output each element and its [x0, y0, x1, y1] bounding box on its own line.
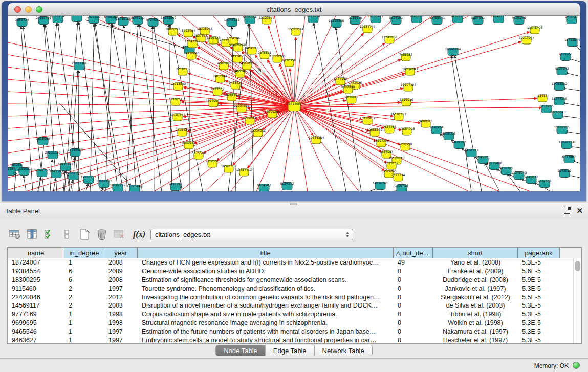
cell-year[interactable]: 2008 [104, 258, 138, 267]
table-row[interactable]: 911546021997Tourette syndrome. Phenomeno… [8, 284, 581, 293]
cell-short[interactable]: Stergiakouli et al. (2012) [433, 293, 518, 301]
graph-edge-black[interactable] [95, 24, 118, 191]
graph-edge-black[interactable] [562, 88, 580, 91]
cell-name[interactable]: 19384554 [8, 267, 64, 276]
table-row[interactable]: 977716911998Corpus callosum shape and si… [8, 310, 581, 319]
new-file-icon[interactable] [77, 227, 92, 242]
table-select-dropdown[interactable]: citations_edges.txt ▲▼ [150, 229, 353, 240]
cell-in_degree[interactable]: 2 [64, 301, 104, 310]
graph-edge-red[interactable] [282, 106, 294, 191]
graph-edge-black[interactable] [124, 26, 136, 191]
cell-out_de[interactable]: 0 [394, 310, 433, 319]
column-header-title[interactable]: title [138, 248, 394, 258]
cell-year[interactable]: 1997 [104, 327, 138, 336]
cell-year[interactable]: 1997 [104, 284, 138, 293]
scrollbar-thumb[interactable] [575, 261, 580, 271]
cell-out_de[interactable]: 0 [394, 284, 433, 293]
cell-short[interactable]: Jankovic et al. (1997) [433, 284, 518, 293]
cell-out_de[interactable]: 0 [394, 293, 433, 301]
column-header-pagerank[interactable]: pagerank [518, 248, 560, 258]
close-window-icon[interactable] [14, 6, 21, 13]
cell-name[interactable]: 9463627 [8, 336, 64, 343]
graph-edge-black[interactable] [126, 25, 138, 191]
table-row[interactable]: 2242004622012Investigating the contribut… [8, 293, 581, 301]
cell-name[interactable]: 22420046 [8, 293, 64, 301]
cell-in_degree[interactable]: 2 [64, 284, 104, 293]
cell-out_de[interactable]: 0 [394, 327, 433, 336]
cell-out_de[interactable]: 0 [394, 336, 433, 343]
graph-edge-black[interactable] [53, 178, 56, 191]
graph-edge-red[interactable] [294, 106, 362, 120]
cell-year[interactable]: 2009 [104, 267, 138, 276]
graph-edge-black[interactable] [90, 24, 94, 191]
cell-pagerank[interactable]: 5.3E-5 [518, 336, 560, 343]
splitter-handle[interactable] [290, 203, 297, 205]
cell-short[interactable]: Dudbridge et al. (2008) [433, 276, 518, 285]
graph-edge-black[interactable] [314, 23, 346, 191]
graph-edge-black[interactable] [561, 116, 580, 118]
minimize-window-icon[interactable] [25, 6, 32, 13]
graph-edge-black[interactable] [101, 187, 103, 191]
cell-in_degree[interactable]: 1 [64, 310, 104, 319]
column-header-in_degree[interactable]: in_degree [64, 248, 104, 258]
cell-out_de[interactable]: 0 [394, 267, 433, 276]
cell-in_degree[interactable]: 6 [64, 267, 104, 276]
graph-edge-red[interactable] [294, 16, 366, 106]
cell-in_degree[interactable]: 6 [64, 276, 104, 285]
cell-in_degree[interactable]: 1 [64, 258, 104, 267]
cell-name[interactable]: 9465546 [8, 327, 64, 336]
cell-title[interactable]: Estimation of the future numbers of pati… [138, 327, 394, 336]
cell-title[interactable]: Corpus callosum shape and size in male p… [138, 310, 394, 319]
graph-edge-red[interactable] [294, 106, 469, 191]
cell-short[interactable]: Tibbo et al. (1998) [433, 310, 518, 319]
select-column-button[interactable] [25, 227, 40, 242]
graph-edge-red[interactable] [294, 106, 541, 108]
tab-network-table[interactable]: Network Table [315, 345, 372, 356]
cell-title[interactable]: Disruption of a novel member of a sodium… [138, 301, 394, 310]
clear-selection-button[interactable] [59, 227, 75, 242]
cell-year[interactable]: 1997 [104, 336, 138, 343]
cell-pagerank[interactable]: 5.3E-5 [518, 327, 560, 336]
cell-title[interactable]: Genome-wide association studies in ADHD. [138, 267, 394, 276]
cell-pagerank[interactable]: 5.3E-5 [518, 258, 560, 267]
graph-edge-black[interactable] [24, 176, 26, 191]
cell-pagerank[interactable]: 5.6E-5 [518, 267, 560, 276]
cell-in_degree[interactable]: 1 [64, 336, 104, 343]
graph-edge-black[interactable] [154, 26, 182, 191]
graph-edge-black[interactable] [451, 56, 471, 191]
graph-edge-black[interactable] [139, 24, 162, 191]
table-row[interactable]: 1938455462009Genome-wide association stu… [8, 267, 581, 276]
memory-status-indicator[interactable] [573, 362, 580, 369]
function-builder-icon[interactable]: f(x) [133, 230, 145, 239]
cell-pagerank[interactable]: 5.3E-5 [518, 319, 560, 327]
cell-in_degree[interactable]: 1 [64, 327, 104, 336]
cell-short[interactable]: Franke et al. (2009) [433, 267, 518, 276]
cell-year[interactable]: 2003 [104, 301, 138, 310]
column-header-name[interactable]: name [8, 248, 64, 258]
cell-name[interactable]: 18724007 [8, 258, 64, 267]
cell-title[interactable]: Changes of HCN gene expression and I(f) … [138, 258, 394, 267]
table-vertical-scrollbar[interactable] [573, 258, 581, 343]
cell-year[interactable]: 1998 [104, 319, 138, 327]
cell-pagerank[interactable]: 5.3E-5 [518, 301, 560, 310]
table-row[interactable]: 1456911722003Disruption of a novel membe… [8, 301, 581, 310]
graph-edge-black[interactable] [153, 27, 154, 191]
graph-edge-red[interactable] [294, 106, 333, 191]
cell-title[interactable]: Embryonic stem cells: a model to study s… [138, 336, 394, 343]
zoom-window-icon[interactable] [36, 6, 42, 13]
cell-name[interactable]: 9115460 [8, 284, 64, 293]
cell-year[interactable]: 2012 [104, 293, 138, 301]
graph-edge-red[interactable] [294, 106, 359, 191]
cell-out_de[interactable]: 49 [394, 258, 433, 267]
table-row[interactable]: 1872400712008Changes of HCN gene express… [8, 258, 581, 267]
column-header-out_de[interactable]: △ out_de... [394, 248, 433, 258]
cell-out_de[interactable]: 0 [394, 276, 433, 285]
tab-node-table[interactable]: Node Table [216, 345, 266, 356]
network-window-titlebar[interactable]: citations_edges.txt [8, 3, 580, 16]
cell-out_de[interactable]: 0 [394, 301, 433, 310]
graph-edge-black[interactable] [44, 25, 57, 191]
column-header-year[interactable]: year [104, 248, 138, 258]
cell-short[interactable]: Hescheler et al. (1997) [433, 336, 518, 343]
graph-edge-black[interactable] [38, 177, 41, 191]
cell-pagerank[interactable]: 5.5E-5 [518, 293, 560, 301]
